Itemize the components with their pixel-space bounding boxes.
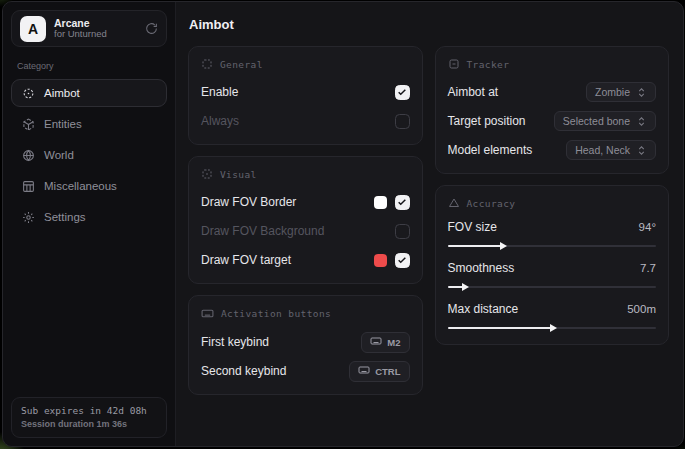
sidebar-item-aimbot[interactable]: Aimbot bbox=[11, 79, 167, 107]
setting-row-enable: Enable bbox=[201, 81, 410, 103]
app-logo: A bbox=[20, 16, 46, 42]
tracker-icon bbox=[448, 58, 460, 70]
card-title: General bbox=[220, 59, 263, 70]
sidebar-item-miscellaneous[interactable]: Miscellaneous bbox=[11, 172, 167, 200]
setting-row-fov-background: Draw FOV Background bbox=[201, 220, 410, 242]
app-subtitle: for Unturned bbox=[54, 29, 137, 40]
fov-size-value: 94° bbox=[639, 221, 656, 233]
accuracy-card: Accuracy FOV size 94° bbox=[435, 185, 670, 345]
keyboard-icon bbox=[358, 364, 370, 378]
chevrons-up-down-icon bbox=[636, 145, 647, 156]
app-window: A Arcane for Unturned Category Aimbot En… bbox=[2, 1, 684, 447]
max-distance-slider[interactable] bbox=[448, 323, 657, 332]
globe-icon bbox=[22, 149, 35, 162]
aimbot-at-select[interactable]: Zombie bbox=[586, 82, 656, 102]
setting-row-second-keybind: Second keybind CTRL bbox=[201, 360, 410, 382]
first-keybind-button[interactable]: M2 bbox=[361, 332, 409, 353]
entities-icon bbox=[22, 118, 35, 131]
card-title: Tracker bbox=[467, 59, 510, 70]
sidebar-item-settings[interactable]: Settings bbox=[11, 203, 167, 231]
general-icon bbox=[201, 58, 213, 70]
slider-thumb[interactable] bbox=[462, 283, 469, 291]
crosshair-icon bbox=[22, 87, 35, 100]
sub-expires-text: Sub expires in 42d 08h bbox=[21, 405, 157, 416]
session-duration-text: Session duration 1m 36s bbox=[21, 419, 157, 429]
sidebar-item-label: Entities bbox=[44, 118, 82, 130]
slider-thumb[interactable] bbox=[500, 242, 507, 250]
card-title: Accuracy bbox=[467, 198, 516, 209]
setting-row-first-keybind: First keybind M2 bbox=[201, 331, 410, 353]
fov-border-checkbox[interactable] bbox=[395, 195, 410, 210]
model-elements-select[interactable]: Head, Neck bbox=[566, 140, 656, 160]
left-column: General Enable Always bbox=[188, 46, 423, 406]
chevrons-up-down-icon bbox=[636, 87, 647, 98]
sidebar-item-label: Settings bbox=[44, 211, 86, 223]
fov-target-checkbox[interactable] bbox=[395, 253, 410, 268]
card-title: Visual bbox=[220, 169, 257, 180]
fov-size-slider[interactable] bbox=[448, 241, 657, 250]
category-label: Category bbox=[17, 61, 161, 71]
setting-row-smoothness: Smoothness 7.7 bbox=[448, 261, 657, 291]
second-keybind-button[interactable]: CTRL bbox=[349, 361, 409, 382]
setting-row-fov-size: FOV size 94° bbox=[448, 220, 657, 250]
setting-row-max-distance: Max distance 500m bbox=[448, 302, 657, 332]
activation-card: Activation buttons First keybind M2 Seco… bbox=[188, 295, 423, 395]
setting-row-aimbot-at: Aimbot at Zombie bbox=[448, 81, 657, 103]
keyboard-icon bbox=[201, 307, 214, 320]
smoothness-slider[interactable] bbox=[448, 282, 657, 291]
target-position-select[interactable]: Selected bone bbox=[554, 111, 656, 131]
right-column: Tracker Aimbot at Zombie Target position bbox=[435, 46, 670, 406]
triangle-icon bbox=[448, 197, 460, 209]
sidebar-item-label: Miscellaneous bbox=[44, 180, 117, 192]
fov-target-color-swatch[interactable] bbox=[374, 254, 387, 267]
brand-card: A Arcane for Unturned bbox=[11, 10, 167, 47]
general-card: General Enable Always bbox=[188, 46, 423, 145]
refresh-icon[interactable] bbox=[145, 22, 158, 35]
smoothness-value: 7.7 bbox=[640, 262, 656, 274]
visual-icon bbox=[201, 168, 213, 180]
tracker-card: Tracker Aimbot at Zombie Target position bbox=[435, 46, 670, 174]
setting-row-fov-border: Draw FOV Border bbox=[201, 191, 410, 213]
setting-row-model-elements: Model elements Head, Neck bbox=[448, 139, 657, 161]
sidebar-item-label: Aimbot bbox=[44, 87, 80, 99]
sidebar: A Arcane for Unturned Category Aimbot En… bbox=[3, 2, 176, 446]
visual-card: Visual Draw FOV Border Draw FOV Backgrou… bbox=[188, 156, 423, 284]
fov-border-color-swatch[interactable] bbox=[374, 196, 387, 209]
sidebar-item-entities[interactable]: Entities bbox=[11, 110, 167, 138]
page-title: Aimbot bbox=[189, 17, 669, 32]
card-title: Activation buttons bbox=[221, 308, 331, 319]
setting-row-target-position: Target position Selected bone bbox=[448, 110, 657, 132]
chevrons-up-down-icon bbox=[636, 116, 647, 127]
enable-checkbox[interactable] bbox=[395, 85, 410, 100]
main-content: Aimbot General Enable bbox=[176, 2, 683, 446]
sidebar-item-world[interactable]: World bbox=[11, 141, 167, 169]
fov-background-checkbox[interactable] bbox=[395, 224, 410, 239]
gear-icon bbox=[22, 211, 35, 224]
slider-thumb[interactable] bbox=[550, 324, 557, 332]
keyboard-icon bbox=[370, 335, 382, 349]
sidebar-item-label: World bbox=[44, 149, 74, 161]
always-checkbox[interactable] bbox=[395, 114, 410, 129]
subscription-card: Sub expires in 42d 08h Session duration … bbox=[11, 397, 167, 438]
max-distance-value: 500m bbox=[627, 303, 656, 315]
setting-row-always: Always bbox=[201, 110, 410, 132]
setting-row-fov-target: Draw FOV target bbox=[201, 249, 410, 271]
grid-icon bbox=[22, 180, 35, 193]
